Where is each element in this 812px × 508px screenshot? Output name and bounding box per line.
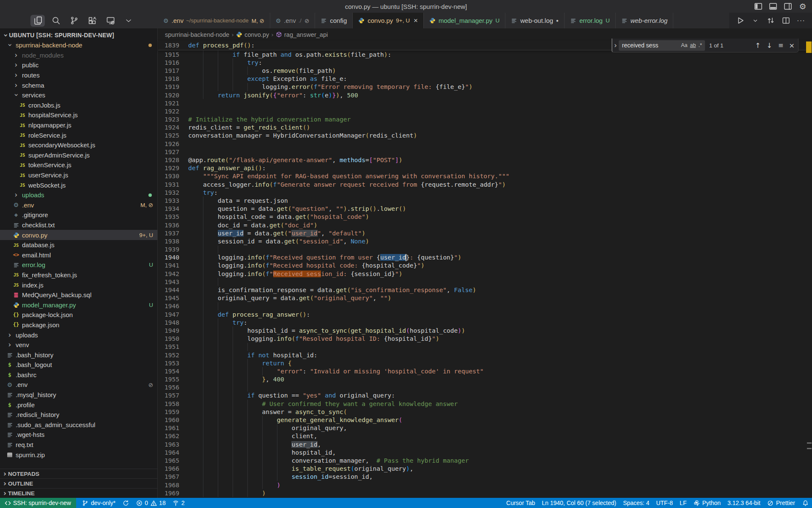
file-.bash_history[interactable]: .bash_history <box>0 350 157 360</box>
code-line-1929[interactable]: 1929def rag_answer_api(): <box>158 164 812 172</box>
sync-button[interactable] <box>119 498 132 508</box>
code-line-1946[interactable]: 1946 <box>158 302 812 310</box>
tab-model_manager.py[interactable]: model_manager.pyU <box>424 13 505 28</box>
toggle-primary-sidebar-icon[interactable] <box>754 2 763 11</box>
more-views-button[interactable] <box>121 15 136 27</box>
file-secondaryWebsocket.js[interactable]: JSsecondaryWebsocket.js <box>0 140 157 150</box>
code-line-1916[interactable]: 1916try: <box>158 58 812 66</box>
tab-web-error.log[interactable]: web-error.log <box>616 13 674 28</box>
code-editor[interactable]: spurrinai-backend-node›convo.py›rag_answ… <box>158 28 812 498</box>
explorer-button[interactable] <box>30 15 45 27</box>
folder-spurrinai-backend-node[interactable]: ›spurrinai-backend-node <box>0 40 157 50</box>
open-changes-icon[interactable] <box>766 17 775 25</box>
code-line-1923[interactable]: 1923# Initialize the hybrid conversation… <box>158 116 812 124</box>
remote-explorer-button[interactable] <box>103 15 118 27</box>
toggle-replace-icon[interactable]: › <box>614 42 617 49</box>
code-line-1953[interactable]: 1953return { <box>158 359 812 367</box>
file-webSocket.js[interactable]: JSwebSocket.js <box>0 180 157 190</box>
indentation[interactable]: Spaces: 4 <box>620 498 653 508</box>
remote-indicator[interactable]: SSH: spurrin-dev-new <box>0 498 76 508</box>
file-fix_refresh_token.js[interactable]: JSfix_refresh_token.js <box>0 270 157 280</box>
code-line-1922[interactable]: 1922 <box>158 107 812 115</box>
eol[interactable]: LF <box>676 498 690 508</box>
file-roleService.js[interactable]: JSroleService.js <box>0 130 157 140</box>
folder-services[interactable]: ›services <box>0 90 157 100</box>
folder-node_modules[interactable]: ›node_modules <box>0 50 157 61</box>
run-dropdown-icon[interactable] <box>751 17 760 25</box>
file-.wget-hsts[interactable]: .wget-hsts <box>0 430 157 440</box>
encoding[interactable]: UTF-8 <box>653 498 676 508</box>
code-line-1965[interactable]: 1965conversation_manager, # Pass the hyb… <box>158 456 812 464</box>
code-line-1933[interactable]: 1933data = request.json <box>158 196 812 204</box>
ports-forwarded[interactable]: 2 <box>169 498 188 508</box>
code-line-1934[interactable]: 1934question = data.get("question", "").… <box>158 205 812 213</box>
code-line-1930[interactable]: 1930"""Sync API endpoint for RAG-based q… <box>158 172 812 180</box>
file-.env[interactable]: ⚙.envM, ⊘ <box>0 200 157 210</box>
notifications-bell[interactable] <box>798 498 812 508</box>
code-line-1925[interactable]: 1925conversation_manager = HybridConvers… <box>158 132 812 140</box>
code-area[interactable]: 1915if file_path and os.path.exists(file… <box>158 50 812 497</box>
file-MedQueryAI_backup.sql[interactable]: MedQueryAI_backup.sql <box>0 290 157 300</box>
code-line-1947[interactable]: 1947def process_rag_answer(): <box>158 310 812 318</box>
file-model_manager.py[interactable]: model_manager.pyU <box>0 300 157 310</box>
file-.sudo_as_admin_successful[interactable]: .sudo_as_admin_successful <box>0 420 157 430</box>
file-index.js[interactable]: JSindex.js <box>0 280 157 290</box>
code-line-1948[interactable]: 1948try: <box>158 318 812 326</box>
cursor-tab[interactable]: Cursor Tab <box>503 498 538 508</box>
run-icon[interactable] <box>736 17 744 25</box>
match-case-icon[interactable]: Aa <box>680 42 689 49</box>
code-line-1839[interactable]: 1839def process_pdf(): <box>158 41 255 49</box>
file-nlpqamapper.js[interactable]: JSnlpqamapper.js <box>0 120 157 130</box>
file-req.txt[interactable]: req.txt <box>0 440 157 450</box>
next-match-icon[interactable]: ↓ <box>767 41 772 50</box>
breadcrumb-item-convo.py[interactable]: convo.py <box>236 31 269 38</box>
code-line-1918[interactable]: 1918except Exception as file_e: <box>158 75 812 83</box>
file-tokenService.js[interactable]: JStokenService.js <box>0 160 157 170</box>
overview-ruler[interactable] <box>806 28 812 498</box>
close-icon[interactable]: × <box>789 41 795 50</box>
file-superAdminService.js[interactable]: JSsuperAdminService.js <box>0 150 157 160</box>
code-line-1920[interactable]: 1920return jsonify({"error": str(e)}), 5… <box>158 91 812 99</box>
code-line-1942[interactable]: 1942logging.info(f"Received session_id: … <box>158 270 812 278</box>
more-actions-icon[interactable]: ··· <box>797 17 805 25</box>
cursor-position[interactable]: Ln 1940, Col 60 (7 selected) <box>538 498 620 508</box>
file-cronJobs.js[interactable]: JScronJobs.js <box>0 100 157 110</box>
code-line-1924[interactable]: 1924redis_client = get_redis_client() <box>158 124 812 132</box>
code-line-1935[interactable]: 1935hospital_code = data.get("hospital_c… <box>158 213 812 221</box>
file-error.log[interactable]: error.logU <box>0 260 157 270</box>
tab-convo.py[interactable]: convo.py9+, U× <box>353 13 424 28</box>
folder-schema[interactable]: ›schema <box>0 80 157 90</box>
git-branch[interactable]: dev-only* <box>79 498 119 508</box>
file-convo.py[interactable]: convo.py9+, U <box>0 230 157 240</box>
tab-config[interactable]: config <box>315 13 353 28</box>
code-line-1957[interactable]: 1957if question == "yes" and original_qu… <box>158 392 812 400</box>
code-line-1967[interactable]: 1967session_id=session_id, <box>158 473 812 481</box>
code-line-1966[interactable]: 1966is_table_request(original_query), <box>158 465 812 473</box>
code-line-1949[interactable]: 1949hospital_id = async_to_sync(get_hosp… <box>158 326 812 334</box>
code-line-1932[interactable]: 1932try: <box>158 188 812 196</box>
extensions-button[interactable] <box>85 15 99 27</box>
code-line-1960[interactable]: 1960generate_general_knowledge_answer( <box>158 416 812 424</box>
file-.profile[interactable]: $.profile <box>0 400 157 410</box>
folder-routes[interactable]: ›routes <box>0 70 157 80</box>
code-line-1968[interactable]: 1968) <box>158 481 812 489</box>
settings-gear-icon[interactable]: ⚙ <box>798 2 807 11</box>
prettier[interactable]: Prettier <box>764 498 798 508</box>
split-editor-icon[interactable] <box>782 17 790 25</box>
folder-uploads[interactable]: ›uploads <box>0 190 157 200</box>
explorer-section-header[interactable]: › UBUNTU [SSH: SPURRIN-DEV-NEW] <box>0 30 157 40</box>
find-in-selection-icon[interactable]: ≡ <box>778 41 783 49</box>
code-line-1940[interactable]: 1940logging.info(f"Received question fro… <box>158 254 812 262</box>
code-line-1941[interactable]: 1941logging.info(f"Received hospital cod… <box>158 262 812 270</box>
tab-.env[interactable]: ⚙.env~/spurrinai-backend-nodeM, ⊘ <box>158 13 270 28</box>
file-.rediscli_history[interactable]: .rediscli_history <box>0 410 157 420</box>
regex-icon[interactable]: .* <box>697 42 703 49</box>
code-line-1962[interactable]: 1962client, <box>158 432 812 440</box>
breadcrumb-item-rag_answer_api[interactable]: rag_answer_api <box>276 31 328 38</box>
code-line-1943[interactable]: 1943 <box>158 278 812 286</box>
code-line-1936[interactable]: 1936doc_id = data.get("doc_id") <box>158 221 812 229</box>
file-.env[interactable]: ⚙.env⊘ <box>0 380 157 390</box>
problems[interactable]: 018 <box>132 498 169 508</box>
sidebar-section-timeline[interactable]: ›TIMELINE <box>0 488 157 498</box>
code-line-1919[interactable]: 1919logging.error(f"Error removing tempo… <box>158 83 812 91</box>
